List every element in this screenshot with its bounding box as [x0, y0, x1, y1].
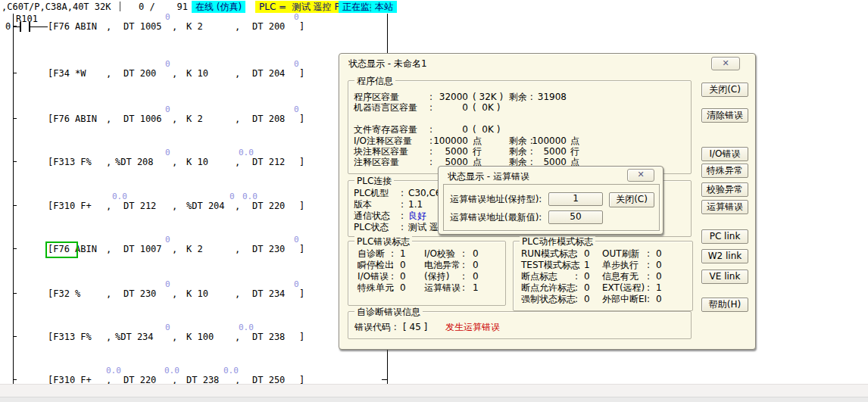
ladder-rung[interactable]: [F76 ABIN,DT 1005,K 2,DT 200]00 — [0, 21, 394, 32]
program-info-row: 程序区容量:32000( 32K )剩余 :31908 — [348, 92, 691, 102]
operation-error-button[interactable]: 运算错误 — [701, 200, 748, 214]
flag-value: 0 — [584, 294, 590, 304]
colon: : — [575, 283, 578, 293]
ladder-rung[interactable]: [F32 %,DT 230,K 10,DT 234]00 — [0, 288, 394, 299]
colon: : — [391, 260, 394, 270]
field-value: 良好 — [408, 211, 426, 221]
separator: , — [172, 332, 177, 342]
remain-value: 5000 — [524, 147, 567, 157]
colon: : — [575, 272, 578, 282]
flag-row: 强制状态标志:0外部中断EI:0 — [514, 294, 695, 304]
separator: , — [106, 244, 111, 254]
operand-3: DT 238 — [252, 332, 285, 342]
error-flags-legend: PLC错误标志 — [354, 235, 412, 248]
status-segment-0: 在线 (仿真) — [192, 1, 245, 13]
close-icon[interactable]: ✕ — [711, 57, 740, 70]
colon: : — [462, 260, 465, 270]
rung-tick — [13, 205, 17, 206]
separator: , — [235, 332, 240, 342]
monitor-value: 0.0 — [242, 192, 258, 201]
monitor-value: 0.0 — [164, 366, 180, 376]
ladder-rung[interactable]: [F313 F%,%DT 208,K 10,DT 212]00.0 — [0, 157, 394, 167]
field-value: 0 — [392, 125, 468, 135]
monitor-value: 0 — [165, 59, 170, 69]
clear-errors-button[interactable]: 清除错误 — [701, 108, 748, 123]
monitor-value: 0.0 — [112, 192, 127, 201]
colon: : — [647, 283, 650, 293]
plc-link-legend: PLC连接 — [354, 175, 394, 188]
mode-flags-group: PLC动作模式标志 RUN模式标志:0OUT刷新:0TEST模式标志:1单步执行… — [513, 241, 693, 311]
flag-row: RUN模式标志:0OUT刷新:0 — [514, 249, 695, 259]
flag-value: 0 — [584, 249, 590, 259]
separator: , — [172, 157, 177, 167]
separator: , — [106, 114, 111, 124]
operand-1: DT 230 — [123, 288, 156, 299]
operation-error-titlebar[interactable]: 状态显示 - 运算错误 ✕ — [439, 167, 663, 182]
colon: : — [647, 294, 650, 304]
flag-label: EXT(远程) — [602, 283, 645, 293]
instruction: [F34 *W — [48, 68, 86, 79]
flag-value: 0 — [400, 283, 406, 293]
field-value: 32000 — [392, 92, 468, 102]
pc-link-button[interactable]: PC link — [701, 229, 748, 244]
colon: : — [401, 189, 404, 198]
suberror-close-button[interactable]: 关闭(C) — [609, 192, 654, 207]
separator: , — [235, 288, 240, 299]
instruction: [F76 ABIN — [48, 21, 97, 32]
monitor-value: 0.0 — [106, 366, 121, 376]
latest-value-address-field[interactable]: 50 — [548, 210, 603, 224]
special-abnormal-button[interactable]: 特殊异常 — [701, 164, 748, 178]
monitor-value: 0 — [165, 323, 170, 332]
ladder-rung[interactable]: [F34 *W,DT 200,K 10,DT 204]00 — [0, 68, 394, 79]
flag-label: 强制状态标志 — [521, 294, 576, 304]
ladder-rung[interactable]: [F76 ABIN,DT 1007,K 2,DT 230]00 — [0, 244, 394, 254]
flag-label: (保持) — [424, 272, 449, 282]
io-error-button[interactable]: I/O错误 — [701, 147, 748, 161]
operand-1: DT 1006 — [123, 114, 162, 124]
monitor-value: 0 — [294, 279, 299, 289]
monitor-value: 0.0 — [239, 323, 254, 332]
hold-type-address-field[interactable]: 1 — [548, 192, 603, 206]
rung-tick — [13, 248, 17, 249]
flag-label: 电池异常 — [424, 260, 461, 270]
verify-abnormal-button[interactable]: 校验异常 — [701, 182, 748, 197]
remain-value: 100000 — [524, 136, 567, 146]
operand-2: K 2 — [186, 114, 203, 124]
flag-label: 瞬停检出 — [358, 260, 394, 270]
suberror-row: 运算错误地址(最新值):50 — [444, 210, 659, 224]
operand-1: DT 1005 — [123, 21, 162, 32]
ladder-rung[interactable]: [F76 ABIN,DT 1006,K 2,DT 208]00 — [0, 114, 394, 124]
bracket: ] — [299, 288, 304, 299]
operand-1: DT 1007 — [123, 244, 162, 254]
ladder-rung[interactable]: [F313 F%,%DT 234,K 100,DT 238]00.0 — [0, 332, 394, 342]
monitor-value: 0 — [294, 104, 299, 114]
help-button[interactable]: 帮助(H) — [701, 298, 748, 312]
bracket: ] — [299, 157, 304, 167]
flag-value: 0 — [584, 283, 590, 293]
remain-unit: 点 — [570, 136, 579, 146]
w2-link-button[interactable]: W2 link — [701, 249, 748, 263]
close-button[interactable]: 关闭(C) — [701, 83, 748, 97]
error-code-value: [ 45 ] — [403, 323, 427, 332]
separator: , — [235, 68, 240, 79]
separator: , — [106, 21, 111, 32]
separator: , — [106, 288, 111, 299]
field-value: 5000 — [392, 147, 468, 157]
rung-tick — [13, 379, 17, 380]
ladder-rung[interactable]: [F310 F+,DT 212,%DT 204,DT 220]0.000.0 — [0, 201, 394, 211]
colon: : — [575, 294, 578, 304]
ve-link-button[interactable]: VE link — [701, 270, 748, 284]
flag-value: 1 — [656, 283, 662, 293]
flag-row: 特殊单元:0运算错误:1 — [348, 283, 530, 293]
separator: , — [106, 68, 111, 79]
separator: , — [235, 21, 240, 32]
app-window: ,C60T/P,C38A,40T 32K 0 / 91 在线 (仿真)PLC =… — [0, 0, 868, 402]
operand-3: DT 234 — [252, 288, 285, 299]
close-icon[interactable]: ✕ — [627, 169, 654, 182]
error-flags-group: PLC错误标志 自诊断:1I/O校验:0瞬停检出:0电池异常:0I/O错误:0(… — [348, 241, 506, 306]
rung-tick — [13, 118, 17, 119]
horizontal-scrollbar-track[interactable] — [0, 384, 868, 397]
flag-label: 自诊断 — [358, 249, 385, 259]
status-dialog-titlebar[interactable]: 状态显示 - 未命名1 ✕ — [339, 54, 755, 70]
flag-row: I/O错误:0(保持):0 — [348, 272, 530, 282]
